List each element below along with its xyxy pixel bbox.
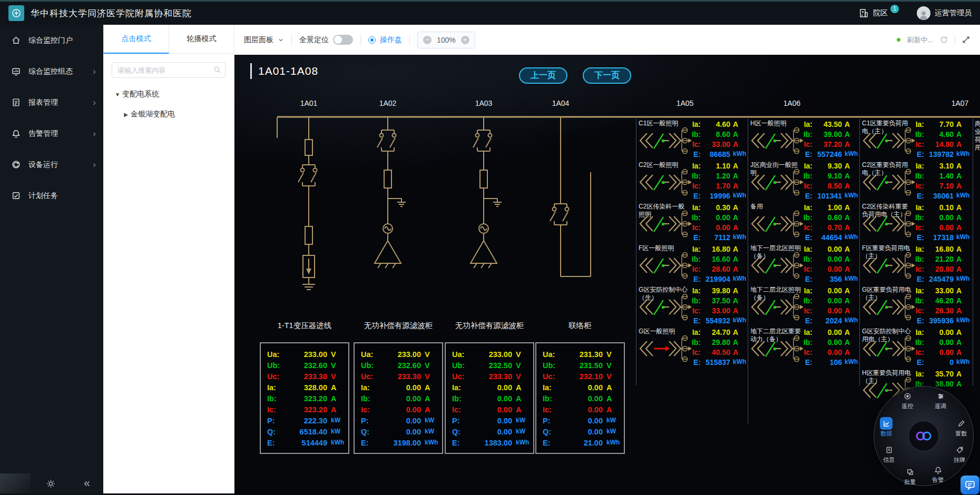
fullscreen-icon[interactable]	[962, 35, 971, 44]
tag-icon	[953, 443, 966, 456]
feeder-values: Ia:39.80AIb:37.50AIc:33.00AE:554932kWh	[687, 286, 747, 326]
measurement-line: P:0.00kW	[543, 417, 619, 428]
sidebar-item-tasks[interactable]: 计划任务	[0, 180, 103, 211]
campus-label: 院区	[873, 8, 888, 18]
measurement-line: Q:0.00kW	[543, 428, 619, 439]
scada-canvas[interactable]: 1A01-1A08 上一页 下一页 1A011A021A031A041A051A…	[234, 55, 980, 495]
home-icon	[12, 36, 21, 45]
feeder-switch-symbol[interactable]	[638, 127, 692, 156]
campus-selector[interactable]: 院区 1	[858, 8, 899, 18]
sidebar-item-alarms[interactable]: 告警管理›	[0, 118, 103, 149]
measurement-line: E:356kWh	[799, 275, 859, 285]
search-input[interactable]	[112, 62, 226, 78]
feeder-switch-symbol[interactable]	[638, 169, 692, 198]
panorama-toggle[interactable]	[333, 35, 353, 45]
measurement-line: Ic:14.80A	[910, 140, 971, 150]
chevron-down-icon	[278, 37, 284, 43]
next-page-button[interactable]: 下一页	[583, 67, 631, 84]
measurement-line: Ia:0.00A	[910, 328, 971, 338]
measurement-line: Ib:0.00A	[687, 213, 747, 223]
tab-click[interactable]: 点击模式	[103, 25, 169, 54]
radial-item-info[interactable]: 信息	[878, 443, 899, 463]
refresh-status: 刷新中...	[907, 35, 933, 45]
feeder-row: F区重要负荷用电（主） Ia:16.80AIb:21.20AIc:20.80AE…	[860, 245, 972, 286]
measurement-line: Ic:0.00A	[687, 223, 747, 233]
zoom-control: − 100% +	[417, 32, 475, 48]
feeder-label: 地下二层北区照明（备）	[750, 286, 801, 302]
avatar	[917, 6, 930, 20]
sidebar-item-portal[interactable]: 综合监控门户	[0, 25, 103, 56]
user-menu[interactable]: 运营管理员	[917, 6, 972, 20]
feeder-switch-symbol[interactable]	[749, 210, 804, 240]
measurement-line: Ua:233.00V	[267, 350, 343, 361]
measurement-line: Ic:7.10A	[910, 182, 971, 192]
radial-item-set-value[interactable]: 置数	[950, 417, 972, 437]
measurement-line: Ub:232.60V	[267, 361, 343, 372]
measurement-line: Uc:233.30V	[267, 372, 343, 383]
monitor-icon	[12, 67, 21, 76]
feeder-switch-symbol[interactable]	[638, 252, 692, 281]
measurement-line: Ib:29.80A	[687, 338, 747, 348]
prev-page-button[interactable]: 上一页	[519, 67, 567, 84]
theme-toggle-sun-icon[interactable]	[46, 479, 55, 488]
feeder-label: C2区传染科重要负荷用电（主）	[862, 203, 913, 219]
measurement-line: Ic:0.00A	[910, 223, 971, 233]
tab-carousel[interactable]: 轮播模式	[169, 25, 234, 54]
measurement-line: Ic:0.00A	[361, 405, 437, 417]
measurement-line: Ia:3.10A	[910, 162, 971, 172]
measurement-line: E:0kWh	[910, 358, 971, 368]
layer-panel-dropdown[interactable]: 图层面板	[244, 35, 284, 45]
canvas-toolbar: 图层面板 全景定位 操作盘 − 100%	[234, 25, 980, 55]
radial-item-tag[interactable]: 挂牌	[949, 443, 970, 463]
tree-panel: 点击模式轮播模式 ▼变配电系统▶金银湖变配电	[103, 25, 234, 493]
measurement-line: Ic:28.60A	[687, 265, 747, 275]
feeder-values: Ia:0.10AIb:0.00AIc:0.00AE:17318kWh	[910, 203, 971, 243]
feeder-label: F区重要负荷用电（主）	[862, 244, 913, 260]
measurement-line: E:554932kWh	[687, 316, 747, 326]
tree-caret-icon: ▼	[113, 92, 122, 97]
feeder-values: Ia:24.70AIb:29.80AIc:40.50AE:515837kWh	[687, 328, 747, 368]
sidebar-item-reports[interactable]: 报表管理›	[0, 87, 103, 118]
feeder-switch-symbol[interactable]	[749, 127, 804, 156]
collapse-sidebar-icon[interactable]	[82, 479, 91, 488]
measurement-line: Ia:0.00A	[799, 245, 859, 255]
sidebar-item-device[interactable]: 设备运行›	[0, 149, 103, 180]
measurement-line: Ia:0.10A	[910, 203, 971, 213]
measurement-line: Ia:24.70A	[687, 328, 747, 338]
radial-item-remote-control[interactable]: 遥控	[897, 390, 918, 410]
radial-item-batch[interactable]: 批量	[899, 466, 920, 486]
refresh-icon[interactable]	[939, 35, 948, 44]
measurement-line: Ib:0.60A	[799, 213, 859, 223]
measurement-line: Ib:0.00A	[452, 394, 528, 405]
sidebar-item-config[interactable]: 综合监控组态›	[0, 56, 103, 87]
measurement-line: Q:6518.40kW	[267, 428, 343, 439]
measurement-line: E:395936kWh	[910, 316, 971, 326]
brand-logo[interactable]	[908, 421, 939, 451]
sidebar: 综合监控门户综合监控组态›报表管理›告警管理›设备运行›计划任务	[0, 25, 103, 493]
divider	[360, 35, 361, 45]
measurement-line: Ib:0.00A	[543, 394, 619, 405]
radio-icon	[368, 36, 376, 44]
bay-measurement-panel: Ua:233.00VUb:232.50VUc:233.30VIa:0.00AIb…	[445, 342, 534, 454]
measurement-line: Ic:0.00A	[799, 306, 859, 316]
feeder-label: H区重要负荷用电（主）	[862, 369, 913, 385]
operation-disc-radio[interactable]: 操作盘	[368, 35, 402, 45]
feeder-switch-symbol[interactable]	[638, 335, 692, 364]
zoom-in-button[interactable]: +	[461, 36, 469, 44]
tree-node-jinyinhu[interactable]: ▶金银湖变配电	[103, 104, 234, 124]
chat-icon	[965, 480, 975, 490]
radial-item-data[interactable]: 数据	[876, 417, 897, 437]
measurement-line: Ua:231.30V	[543, 350, 619, 361]
feeder-label: 地下二层北区重要动力（备）	[750, 328, 801, 343]
tree-node-power-system[interactable]: ▼变配电系统	[103, 84, 234, 104]
feeder-values: Ia:0.00AIb:0.00AIc:0.00AE:106kWh	[799, 328, 859, 368]
search-box	[112, 62, 226, 78]
chat-button[interactable]	[961, 476, 979, 494]
measurement-line: E:245479kWh	[910, 275, 971, 285]
feeder-values: Ia:3.10AIb:1.40AIc:7.10AE:36061kWh	[910, 162, 971, 202]
radial-item-remote-adjust[interactable]: 遥调	[930, 390, 951, 410]
measurement-line: E:44654kWh	[799, 233, 859, 243]
radial-item-alarm[interactable]: 告警	[927, 463, 948, 483]
chevron-right-icon: ›	[93, 160, 96, 169]
zoom-out-button[interactable]: −	[423, 36, 432, 44]
